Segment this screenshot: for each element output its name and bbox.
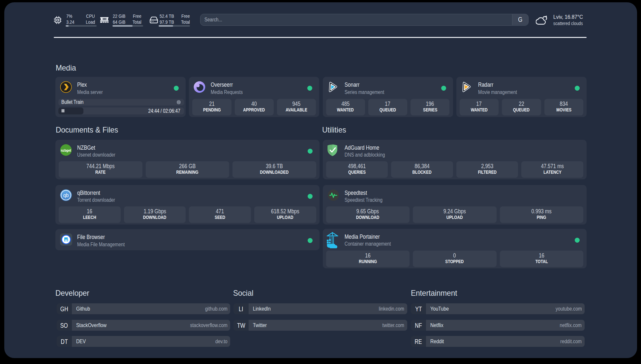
svg-text:nzbget: nzbget [61, 148, 71, 152]
svg-text:qb: qb [63, 192, 69, 198]
